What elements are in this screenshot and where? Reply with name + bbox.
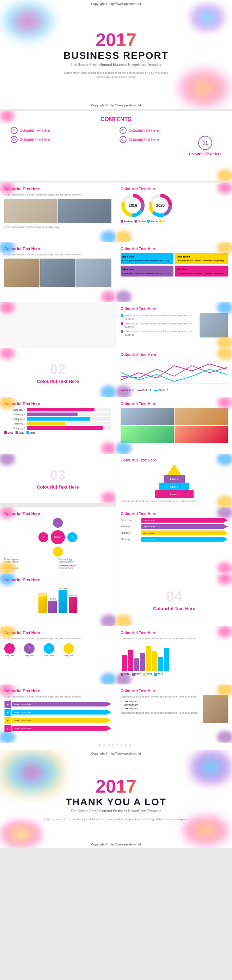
splash-br (100, 614, 116, 626)
iso-arrow-2: Lorem ipsum dolor (12, 710, 111, 715)
slide-ideas: Colourful Text Here Idea one Lorem ipsum… (116, 242, 232, 302)
line-legend-3: Series 3 (154, 389, 168, 391)
slide-title-circle: Colourful Text Here (4, 511, 111, 516)
idea-text-1: Lorem ipsum dolor sit amet consectetur a… (122, 259, 172, 262)
pyramid-mid2: Level 3 (159, 483, 189, 490)
splash-br (100, 290, 116, 302)
iso-arrow-4: Lorem ipsum dolor (12, 726, 111, 731)
ty-subtitle: The Simple Fresh General Business PowerP… (70, 809, 162, 813)
thankyou-page: Copyright © http://www.pptstore.net 2017… (0, 749, 232, 848)
iso-row-2: ◆ Lorem ipsum dolor (4, 709, 111, 716)
slide-body-3darrows: Lorem ipsum dolor sit amet consectetur a… (4, 695, 111, 698)
img-c3 (121, 426, 174, 443)
slide-text-photo: Colourful Text Here Lorem ipsum dolor si… (116, 302, 232, 348)
watermark-row: PPTSTORE (0, 743, 232, 749)
bar-legend-2: 2017 (16, 431, 25, 434)
orbit-2: 2 (67, 532, 77, 542)
slide-photos-collage: Colourful Text Here (116, 397, 232, 454)
pyramid-text: Lorem ipsum dolor sit amet consectetur a… (121, 500, 228, 503)
bar-chart-left: Category A Category B Category C Categor… (4, 408, 111, 430)
bar-track-1 (27, 408, 111, 412)
contents-right-label: Colourful Text Here (189, 152, 221, 156)
legend-phone: Phone (147, 220, 158, 223)
bar-row-3: Category C (4, 417, 111, 421)
col-8 (164, 648, 169, 671)
contents-right-badge: 01 (198, 136, 212, 150)
idea-title-2: Idea three (177, 255, 226, 259)
ty-title: THANK YOU A LOT (66, 797, 166, 808)
block-label-3: Title three (58, 587, 67, 589)
step-1: 1 Step One (4, 643, 15, 657)
info-item-2: Lorem ipsum dolor sit amet consectetur a… (121, 322, 197, 329)
bar-fill-5 (27, 426, 103, 430)
iso-arrows: ◆ Lorem ipsum dolor ◆ Lorem ipsum dolor … (4, 701, 111, 732)
row-6: Colourful Text Here Center 1 2 3 4 Power… (0, 507, 232, 573)
timeline-row-2: Marketing Lorem ipsum (121, 524, 228, 529)
row-4: Colourful Text Here Category A Category … (0, 397, 232, 454)
timeline-label-4: Planning (121, 538, 140, 540)
slide-checklist: Colourful Text Here Lorem ipsum dolor si… (116, 684, 232, 743)
idea-title-4: Idea four (177, 267, 226, 271)
row-9: Colourful Text Here Lorem ipsum dolor si… (0, 684, 232, 743)
contents-item-1: 01 Colourful Text Here (11, 127, 112, 134)
dot-2 (121, 322, 123, 325)
slide-title-3d: Colourful Text Here (4, 578, 111, 582)
block-3: Title three (58, 587, 67, 613)
row-2: Colourful Text Here Lorem ipsum dolor si… (0, 242, 232, 302)
splash-br (100, 491, 116, 503)
label-power: Power gameLorem ipsum (4, 558, 57, 563)
section-num-04: 04 (166, 589, 182, 605)
bar-row-5: Category E (4, 426, 111, 430)
block-body-1 (38, 595, 47, 613)
col-7 (158, 657, 163, 671)
block-body-4 (69, 597, 77, 613)
pyramid-top (167, 464, 181, 475)
slide-3d-arrows: Colourful Text Here Lorem ipsum dolor si… (0, 684, 116, 743)
contents-text-4: Colourful Text Here (129, 138, 158, 142)
step-arrow-3: → (56, 647, 61, 653)
slide-title-collage: Colourful Text Here (121, 402, 228, 406)
cover-lorem: Lorem ipsum dolor susme this placeholder… (64, 71, 168, 79)
step-arrow-1: → (17, 647, 22, 653)
splash-br (216, 495, 232, 507)
contents-num-3: 03 (11, 136, 18, 143)
label-vision: Creative visionLorem ipsum (59, 564, 111, 569)
slide-title-bar: Colourful Text Here (4, 402, 111, 406)
contents-item-2: 01 Colourful Text Here (120, 127, 221, 134)
img-1 (4, 259, 40, 287)
dot-3 (121, 330, 123, 333)
bar-fill-3 (27, 417, 90, 421)
circle-labels: Power gameLorem ipsum TechnologyLorem ip… (4, 558, 111, 569)
watercolor-br (176, 67, 232, 109)
copyright-top: Copyright © http://www.pptstore.net (91, 2, 141, 6)
slide-watches: Colourful Text Here Lorem ipsum dolor si… (0, 183, 116, 242)
timeline-row-1: Recovery Lorem ipsum (121, 518, 228, 523)
step-text-1: Step One (4, 654, 15, 657)
section-label-04: Colourful Text Here (153, 606, 195, 611)
timeline-bar-1: Lorem ipsum (141, 518, 228, 523)
slide-bar-left: Colourful Text Here Category A Category … (0, 397, 116, 454)
watermark: PPTSTORE (99, 744, 133, 749)
legend-fashion: Fashion (121, 220, 133, 223)
legend-online: On-line (134, 220, 146, 223)
slide-timeline: Colourful Text Here Recovery Lorem ipsum… (116, 507, 232, 573)
check-3: ✓ Lorem ipsum (121, 707, 201, 710)
contents-num-2: 01 (120, 127, 126, 134)
idea-text-3: Lorem ipsum dolor sit amet consectetur a… (122, 272, 172, 275)
section-num-03: 03 (50, 467, 66, 483)
bar-label-2: Category B (4, 413, 26, 416)
slide-title-check: Colourful Text Here (121, 689, 228, 693)
iso-row-3: ◆ Lorem ipsum dolor (4, 717, 111, 724)
iso-arrow-3: Lorem ipsum dolor (12, 718, 111, 723)
slide-title-text-photo: Colourful Text Here (121, 307, 228, 311)
img-check (203, 695, 228, 723)
check-items: ✓ Lorem ipsum ✓ Lorem ipsum ✓ Lorem ipsu… (121, 700, 201, 710)
timeline-arrows: Recovery Lorem ipsum Marketing Lorem ips… (121, 518, 228, 542)
splash-tl (0, 348, 16, 360)
copyright-bottom: Copyright © http://www.pptstore.net (91, 103, 141, 107)
contents-page: CONTENTS 01 Colourful Text Here 01 Colou… (0, 111, 232, 181)
img-2 (40, 259, 75, 287)
slide-caption-watches: Lorem ipsum dolor sit amet consectetur a… (4, 226, 111, 229)
ty-watercolor-tl (0, 749, 64, 795)
year-2020: 2020 (156, 203, 165, 207)
